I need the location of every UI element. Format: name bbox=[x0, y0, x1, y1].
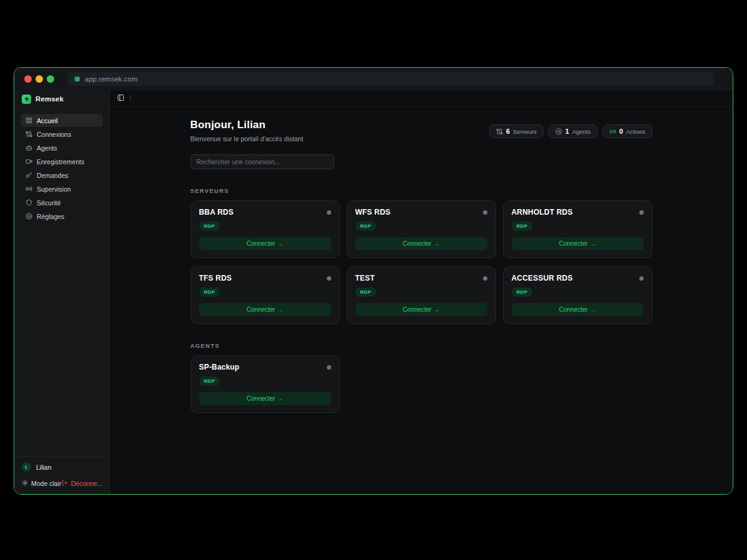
card-head: SP-Backup bbox=[199, 363, 331, 371]
stat-pill-agents: 1Agents bbox=[548, 124, 598, 138]
brand-name: Remsek bbox=[35, 95, 63, 103]
sidebar-footer: L Lilian Mode clair Déconne... bbox=[14, 456, 109, 494]
url-text: app.remsek.com bbox=[85, 75, 138, 83]
theme-toggle-button[interactable]: Mode clair bbox=[22, 480, 61, 487]
connection-card-sp-backup: SP-BackupRDPConnecter → bbox=[190, 355, 340, 413]
sidebar-item-label: Demandes bbox=[37, 172, 68, 179]
connection-card-tfs-rds: TFS RDSRDPConnecter → bbox=[190, 266, 340, 324]
card-title: ACCESSUR RDS bbox=[512, 274, 573, 282]
card-title: ARNHOLDT RDS bbox=[512, 208, 573, 217]
connection-card-accessur-rds: ACCESSUR RDSRDPConnecter → bbox=[503, 266, 652, 324]
sidebar-item-label: Agents bbox=[37, 144, 57, 152]
connect-button[interactable]: Connecter → bbox=[199, 237, 331, 250]
user-name: Lilian bbox=[36, 464, 52, 471]
gear-icon bbox=[555, 128, 562, 135]
stat-label: Agents bbox=[572, 128, 591, 135]
address-bar[interactable]: app.remsek.com bbox=[67, 72, 713, 86]
stat-value: 6 bbox=[506, 128, 510, 135]
stat-label: Serveurs bbox=[513, 128, 537, 135]
connection-card-arnholdt-rds: ARNHOLDT RDSRDPConnecter → bbox=[503, 200, 652, 258]
sidebar-item-enregistrements[interactable]: Enregistrements bbox=[21, 155, 103, 168]
cards-grid-agents: SP-BackupRDPConnecter → bbox=[190, 355, 652, 413]
logout-icon bbox=[62, 480, 68, 487]
sidebar-item-label: Connexions bbox=[37, 131, 71, 138]
main-topbar bbox=[110, 90, 733, 107]
gear-icon bbox=[26, 213, 32, 220]
search-input[interactable] bbox=[190, 154, 334, 169]
connect-button[interactable]: Connecter → bbox=[512, 303, 644, 316]
stats-row: 6Serveurs1Agents0Actives bbox=[489, 124, 652, 138]
browser-window: app.remsek.com Remsek AccueilConnexionsA… bbox=[14, 67, 733, 495]
card-head: WFS RDS bbox=[355, 208, 487, 217]
card-head: TEST bbox=[355, 274, 487, 282]
connect-button[interactable]: Connecter → bbox=[355, 237, 487, 250]
traffic-lights bbox=[24, 75, 54, 83]
page-title: Bonjour, Lilian bbox=[190, 118, 304, 131]
stat-pill-serveurs: 6Serveurs bbox=[489, 124, 543, 138]
shield-icon bbox=[26, 199, 32, 206]
theme-toggle-label: Mode clair bbox=[31, 480, 61, 487]
logout-button[interactable]: Déconne... bbox=[62, 480, 101, 487]
logout-label: Déconne... bbox=[71, 480, 103, 487]
window-close-button[interactable] bbox=[24, 75, 32, 83]
sidebar-item-label: Accueil bbox=[37, 117, 58, 124]
sidebar-item-reglages[interactable]: Réglages bbox=[21, 210, 103, 223]
bot-icon bbox=[26, 144, 32, 151]
section-label-agents: AGENTS bbox=[190, 342, 652, 349]
sidebar-item-label: Supervision bbox=[37, 185, 71, 193]
sidebar-toggle-button[interactable] bbox=[117, 94, 125, 103]
page-content: Bonjour, Lilian Bienvenue sur le portail… bbox=[190, 107, 652, 413]
key-icon bbox=[26, 172, 32, 179]
sidebar-item-securite[interactable]: Sécurité bbox=[21, 196, 103, 209]
stat-label: Actives bbox=[626, 128, 646, 135]
sidebar-item-supervision[interactable]: Supervision bbox=[21, 182, 103, 195]
window-minimize-button[interactable] bbox=[35, 75, 43, 83]
status-dot bbox=[327, 276, 331, 281]
sidebar-item-label: Enregistrements bbox=[37, 158, 84, 166]
connect-button[interactable]: Connecter → bbox=[199, 392, 331, 405]
connection-card-wfs-rds: WFS RDSRDPConnecter → bbox=[347, 200, 496, 258]
sections: SERVEURSBBA RDSRDPConnecter →WFS RDSRDPC… bbox=[190, 187, 652, 413]
connect-button[interactable]: Connecter → bbox=[199, 303, 331, 316]
sidebar-item-label: Sécurité bbox=[37, 199, 61, 207]
card-title: WFS RDS bbox=[355, 208, 391, 217]
card-head: TFS RDS bbox=[199, 274, 331, 282]
sidebar: Remsek AccueilConnexionsAgentsEnregistre… bbox=[14, 90, 110, 494]
card-title: SP-Backup bbox=[199, 363, 240, 371]
connect-button[interactable]: Connecter → bbox=[355, 303, 487, 316]
status-dot bbox=[639, 276, 644, 281]
stat-pill-actives: 0Actives bbox=[603, 124, 652, 138]
card-title: TFS RDS bbox=[199, 274, 232, 282]
sidebar-item-accueil[interactable]: Accueil bbox=[21, 114, 103, 127]
browser-titlebar: app.remsek.com bbox=[14, 68, 733, 90]
protocol-badge: RDP bbox=[199, 222, 220, 231]
section-label-serveurs: SERVEURS bbox=[190, 187, 652, 194]
stat-value: 0 bbox=[619, 128, 623, 135]
main-area: Bonjour, Lilian Bienvenue sur le portail… bbox=[110, 90, 733, 494]
user-menu[interactable]: L Lilian bbox=[22, 462, 101, 472]
card-head: ARNHOLDT RDS bbox=[512, 208, 644, 217]
remsek-logo-icon bbox=[22, 95, 31, 104]
protocol-badge: RDP bbox=[199, 287, 220, 297]
radio-icon bbox=[609, 128, 616, 135]
connection-card-bba-rds: BBA RDSRDPConnecter → bbox=[190, 200, 340, 258]
window-zoom-button[interactable] bbox=[47, 75, 54, 83]
site-security-icon bbox=[75, 77, 80, 82]
protocol-badge: RDP bbox=[512, 222, 533, 231]
content-header: Bonjour, Lilian Bienvenue sur le portail… bbox=[190, 118, 652, 142]
sidebar-item-connexions[interactable]: Connexions bbox=[21, 128, 103, 141]
sidebar-nav: AccueilConnexionsAgentsEnregistrementsDe… bbox=[14, 108, 109, 229]
status-dot bbox=[483, 210, 487, 215]
avatar: L bbox=[22, 462, 31, 472]
sidebar-item-agents[interactable]: Agents bbox=[21, 141, 103, 154]
sun-icon bbox=[22, 480, 28, 487]
panel-left-icon bbox=[117, 94, 125, 103]
sidebar-item-demandes[interactable]: Demandes bbox=[21, 169, 103, 182]
cards-grid-serveurs: BBA RDSRDPConnecter →WFS RDSRDPConnecter… bbox=[190, 200, 652, 324]
footer-actions: Mode clair Déconne... bbox=[22, 480, 101, 487]
connect-button[interactable]: Connecter → bbox=[512, 237, 644, 250]
status-dot bbox=[327, 210, 331, 215]
card-title: TEST bbox=[355, 274, 375, 282]
protocol-badge: RDP bbox=[512, 287, 533, 297]
page-subtitle: Bienvenue sur le portail d'accès distant bbox=[190, 135, 304, 142]
